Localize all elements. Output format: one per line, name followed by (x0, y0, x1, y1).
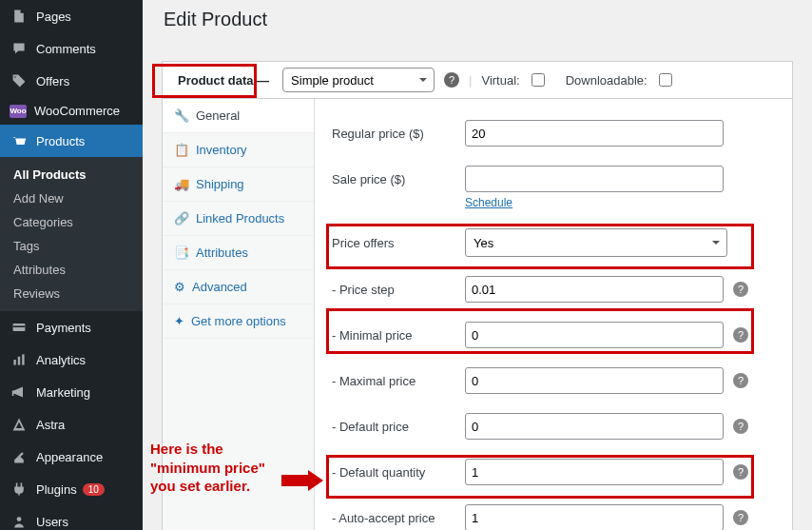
general-panel: Regular price ($) Sale price ($) Schedul… (315, 99, 792, 530)
plus-icon: ✦ (174, 314, 184, 328)
row-regular-price: Regular price ($) (332, 110, 775, 156)
submenu-categories[interactable]: Categories (0, 210, 143, 234)
help-icon[interactable]: ? (733, 327, 748, 343)
price-step-label: - Price step (332, 283, 465, 297)
maximal-price-label: - Maximal price (332, 374, 465, 388)
help-icon[interactable]: ? (733, 464, 748, 480)
help-icon[interactable]: ? (444, 72, 459, 88)
comments-icon (10, 39, 29, 58)
sidebar-item-analytics[interactable]: Analytics (0, 344, 143, 376)
gear-icon: ⚙ (174, 280, 185, 294)
svg-rect-3 (18, 357, 20, 365)
sidebar-item-woocommerce[interactable]: Woo WooCommerce (0, 97, 143, 125)
sidebar-label: Comments (36, 42, 96, 56)
attributes-icon: 📑 (174, 245, 189, 260)
product-data-title: Product data — (174, 71, 273, 89)
row-maximal-price: - Maximal price ? (332, 358, 775, 403)
price-step-input[interactable] (465, 276, 724, 303)
default-qty-label: - Default quantity (332, 465, 465, 480)
price-offers-label: Price offers (332, 236, 465, 250)
help-icon[interactable]: ? (733, 419, 748, 434)
sidebar-item-astra[interactable]: Astra (0, 408, 143, 441)
submenu-add-new[interactable]: Add New (0, 186, 143, 210)
plugins-icon (10, 480, 29, 499)
sidebar-item-pages[interactable]: Pages (0, 0, 143, 32)
regular-price-input[interactable] (465, 120, 724, 147)
sidebar-label: Astra (36, 418, 65, 432)
svg-rect-1 (13, 325, 26, 327)
sale-price-label: Sale price ($) (332, 172, 465, 186)
inventory-icon: 📋 (174, 143, 189, 157)
default-price-input[interactable] (465, 413, 724, 440)
price-offers-select[interactable]: Yes (465, 228, 727, 257)
appearance-icon (10, 447, 29, 466)
metabox-header: Product data — Simple product ? | Virtua… (163, 62, 792, 99)
page-title: Edit Product (162, 0, 793, 48)
sidebar-item-offers[interactable]: Offers (0, 65, 143, 97)
svg-point-5 (17, 517, 22, 521)
downloadable-checkbox[interactable] (659, 73, 672, 87)
woocommerce-icon: Woo (10, 105, 27, 118)
astra-icon (10, 415, 29, 434)
svg-rect-6 (281, 475, 310, 486)
sidebar-label: Appearance (36, 450, 103, 464)
default-qty-input[interactable] (465, 459, 724, 485)
annotation-text: Here is the "minimum price" you set earl… (150, 440, 265, 496)
sidebar-label: Users (36, 515, 68, 529)
tab-inventory[interactable]: 📋Inventory (163, 133, 314, 167)
tab-general[interactable]: 🔧General (163, 99, 314, 133)
sidebar-item-plugins[interactable]: Plugins 10 (0, 473, 143, 505)
sidebar-label: Products (36, 134, 85, 148)
help-icon[interactable]: ? (733, 282, 748, 297)
products-submenu: All Products Add New Categories Tags Att… (0, 157, 143, 311)
admin-sidebar: Pages Comments Offers Woo WooCommerce Pr… (0, 0, 143, 530)
help-icon[interactable]: ? (733, 373, 748, 388)
sidebar-label: Payments (36, 321, 91, 335)
minimal-price-input[interactable] (465, 322, 724, 348)
tab-linked[interactable]: 🔗Linked Products (163, 202, 314, 236)
sidebar-label: Pages (36, 10, 71, 24)
row-minimal-price: - Minimal price ? (332, 312, 775, 358)
svg-rect-2 (13, 360, 15, 365)
submenu-all-products[interactable]: All Products (0, 163, 143, 186)
default-price-label: - Default price (332, 420, 465, 434)
minimal-price-label: - Minimal price (332, 328, 465, 343)
truck-icon: 🚚 (174, 177, 189, 191)
users-icon (10, 512, 29, 530)
tab-more[interactable]: ✦Get more options (163, 304, 314, 339)
submenu-reviews[interactable]: Reviews (0, 282, 143, 305)
sidebar-item-payments[interactable]: Payments (0, 311, 143, 344)
sale-price-input[interactable] (465, 166, 724, 192)
maximal-price-input[interactable] (465, 367, 724, 394)
sidebar-label: WooCommerce (34, 104, 120, 118)
tab-shipping[interactable]: 🚚Shipping (163, 167, 314, 202)
marketing-icon (10, 383, 29, 402)
tab-advanced[interactable]: ⚙Advanced (163, 270, 314, 304)
regular-price-label: Regular price ($) (332, 127, 465, 141)
sidebar-item-products[interactable]: Products (0, 125, 143, 157)
plugin-count-badge: 10 (83, 483, 105, 496)
svg-rect-4 (22, 354, 24, 364)
schedule-link[interactable]: Schedule (465, 196, 775, 209)
row-default-price: - Default price ? (332, 403, 775, 449)
sidebar-item-appearance[interactable]: Appearance (0, 441, 143, 473)
product-type-select[interactable]: Simple product (282, 68, 435, 92)
pages-icon (10, 7, 29, 26)
sidebar-item-comments[interactable]: Comments (0, 32, 143, 65)
submenu-attributes[interactable]: Attributes (0, 258, 143, 282)
tab-attributes[interactable]: 📑Attributes (163, 236, 314, 270)
annotation-arrow-icon (281, 470, 323, 491)
row-price-offers: Price offers Yes (332, 219, 775, 266)
analytics-icon (10, 350, 29, 369)
virtual-checkbox[interactable] (532, 73, 545, 87)
help-icon[interactable]: ? (733, 510, 748, 525)
row-price-step: - Price step ? (332, 266, 775, 312)
submenu-tags[interactable]: Tags (0, 234, 143, 258)
sidebar-item-marketing[interactable]: Marketing (0, 376, 143, 408)
auto-accept-label: - Auto-accept price (332, 511, 465, 525)
sidebar-label: Offers (36, 74, 69, 88)
downloadable-label: Downloadable: (566, 73, 648, 88)
sidebar-label: Analytics (36, 353, 86, 367)
auto-accept-input[interactable] (465, 504, 724, 530)
sidebar-item-users[interactable]: Users (0, 505, 143, 530)
